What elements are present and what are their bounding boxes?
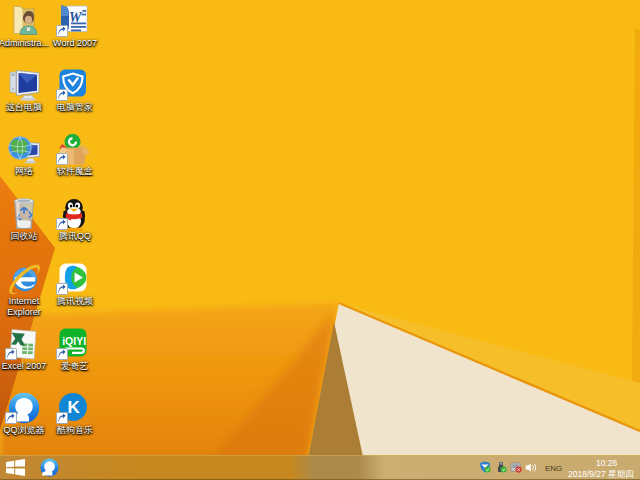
svg-text:iQIYI: iQIYI	[62, 335, 86, 347]
svg-text:K: K	[67, 398, 80, 417]
